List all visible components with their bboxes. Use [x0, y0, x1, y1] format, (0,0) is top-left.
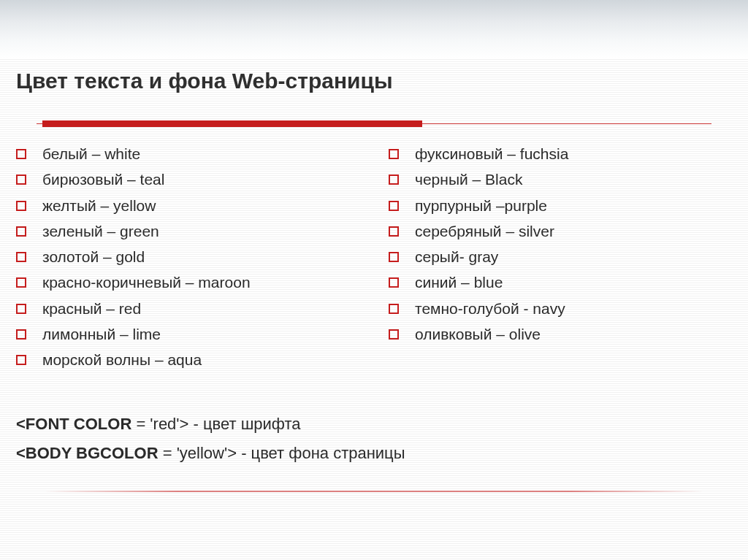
list-item-text: зеленый – green	[42, 222, 159, 241]
list-item: золотой – gold	[16, 248, 389, 266]
underline-thick	[42, 120, 422, 127]
bullet-square-icon	[389, 277, 399, 288]
bullet-square-icon	[16, 355, 26, 365]
list-item: серебряный – silver	[389, 222, 732, 241]
list-item: морской волны – aqua	[16, 350, 389, 369]
bottom-divider	[45, 491, 703, 492]
bullet-square-icon	[16, 226, 26, 237]
list-item-text: серый- gray	[415, 248, 498, 266]
bullet-square-icon	[16, 304, 26, 314]
right-column: фуксиновый – fuchsiaчерный – Blackпурпур…	[389, 145, 732, 376]
list-item-text: золотой – gold	[42, 248, 145, 266]
list-item: серый- gray	[389, 248, 732, 266]
list-item: темно-голубой - navy	[389, 299, 732, 318]
font-color-example: <FONT COLOR = 'red'> - цвет шрифта	[16, 415, 405, 434]
list-item: желтый – yellow	[16, 196, 389, 215]
list-item-text: бирюзовый – teal	[42, 170, 164, 189]
columns: белый – whiteбирюзовый – tealжелтый – ye…	[16, 145, 732, 376]
list-item: лимонный – lime	[16, 325, 389, 344]
body-bgcolor-tag: <BODY BGCOLOR	[16, 444, 159, 462]
bullet-square-icon	[389, 226, 399, 237]
list-item: красно-коричневый – maroon	[16, 273, 389, 292]
list-item-text: морской волны – aqua	[42, 350, 202, 369]
list-item: оливковый – olive	[389, 325, 732, 344]
list-item-text: темно-голубой - navy	[415, 299, 565, 318]
list-item: пурпурный –purple	[389, 196, 732, 215]
bullet-square-icon	[389, 174, 399, 185]
list-item-text: красно-коричневый – maroon	[42, 273, 251, 292]
slide: Цвет текста и фона Web-страницы белый – …	[0, 0, 748, 560]
title-underline	[37, 120, 711, 129]
bullet-square-icon	[16, 277, 26, 288]
list-item-text: красный – red	[42, 299, 141, 318]
list-item: белый – white	[16, 145, 389, 164]
bullet-square-icon	[389, 149, 399, 159]
body-bgcolor-desc: = 'yellow'> - цвет фона страницы	[159, 444, 405, 462]
slide-title: Цвет текста и фона Web-страницы	[16, 69, 393, 93]
list-item: черный – Black	[389, 170, 732, 189]
bullet-square-icon	[16, 329, 26, 340]
bullet-square-icon	[16, 252, 26, 262]
list-item-text: желтый – yellow	[42, 196, 156, 215]
left-column: белый – whiteбирюзовый – tealжелтый – ye…	[16, 145, 389, 376]
font-color-tag: <FONT COLOR	[16, 415, 131, 433]
list-item-text: лимонный – lime	[42, 325, 161, 344]
list-item-text: синий – blue	[415, 273, 503, 292]
list-item: фуксиновый – fuchsia	[389, 145, 732, 164]
list-item-text: оливковый – olive	[415, 325, 541, 344]
list-item-text: серебряный – silver	[415, 222, 554, 241]
list-item: бирюзовый – teal	[16, 170, 389, 189]
bullet-square-icon	[389, 304, 399, 314]
list-item: синий – blue	[389, 273, 732, 292]
font-color-desc: = 'red'> - цвет шрифта	[131, 415, 300, 433]
bullet-square-icon	[389, 252, 399, 262]
list-item-text: фуксиновый – fuchsia	[415, 145, 568, 164]
code-examples: <FONT COLOR = 'red'> - цвет шрифта <BODY…	[16, 415, 405, 473]
list-item-text: пурпурный –purple	[415, 196, 547, 215]
bullet-square-icon	[16, 149, 26, 159]
content-area: белый – whiteбирюзовый – tealжелтый – ye…	[16, 145, 732, 376]
list-item-text: черный – Black	[415, 170, 522, 189]
list-item: зеленый – green	[16, 222, 389, 241]
bullet-square-icon	[389, 329, 399, 340]
list-item: красный – red	[16, 299, 389, 318]
list-item-text: белый – white	[42, 145, 140, 164]
bullet-square-icon	[389, 201, 399, 211]
body-bgcolor-example: <BODY BGCOLOR = 'yellow'> - цвет фона ст…	[16, 444, 405, 463]
bullet-square-icon	[16, 201, 26, 211]
bullet-square-icon	[16, 174, 26, 185]
